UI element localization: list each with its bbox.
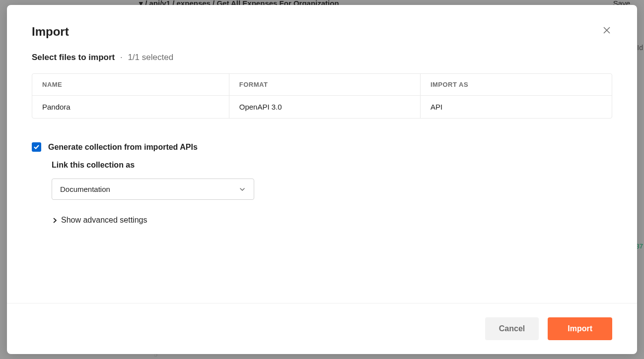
show-advanced-toggle[interactable]: Show advanced settings [52,216,612,225]
subtitle-separator: · [120,53,123,62]
generate-collection-row: Generate collection from imported APIs [32,142,612,152]
modal-body: Import Select files to import · 1/1 sele… [7,5,637,303]
modal-header: Import [32,25,612,39]
selected-count: 1/1 selected [128,53,173,62]
col-header-name: NAME [32,74,229,96]
cancel-button[interactable]: Cancel [485,317,539,340]
cell-name: Pandora [32,96,229,118]
chevron-right-icon [52,217,58,224]
generate-collection-checkbox[interactable] [32,142,41,152]
import-modal: Import Select files to import · 1/1 sele… [7,5,637,354]
link-collection-label: Link this collection as [52,161,612,170]
table-header-row: NAME FORMAT IMPORT AS [32,74,612,96]
col-header-import-as: IMPORT AS [421,74,612,96]
cell-format: OpenAPI 3.0 [229,96,421,118]
generate-collection-label: Generate collection from imported APIs [48,143,198,152]
subtitle-text: Select files to import [32,53,115,62]
import-options: Generate collection from imported APIs L… [32,142,612,225]
close-button[interactable] [601,25,612,38]
files-table: NAME FORMAT IMPORT AS Pandora OpenAPI 3.… [32,73,612,119]
link-collection-select[interactable]: Documentation [52,179,254,200]
col-header-format: FORMAT [229,74,421,96]
modal-footer: Cancel Import [7,303,637,354]
import-button[interactable]: Import [548,317,612,340]
subtitle-row: Select files to import · 1/1 selected [32,53,612,62]
checkmark-icon [33,144,40,150]
table-row[interactable]: Pandora OpenAPI 3.0 API [32,96,612,118]
chevron-down-icon [239,186,246,193]
close-icon [602,26,611,35]
cell-import-as: API [421,96,612,118]
link-collection-group: Link this collection as Documentation Sh… [52,161,612,225]
bg-right-id: Id [637,44,643,52]
advanced-label: Show advanced settings [61,216,147,225]
select-value: Documentation [60,185,110,193]
modal-title: Import [32,25,69,39]
